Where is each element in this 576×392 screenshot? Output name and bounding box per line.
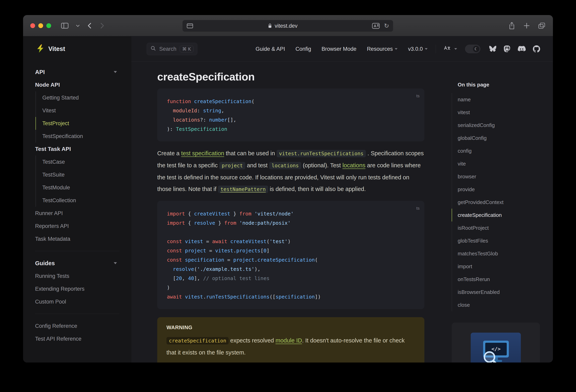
- doc-link-test-specification[interactable]: test specification: [181, 150, 224, 156]
- forward-button[interactable]: [99, 22, 105, 29]
- outline-item-globtestfiles[interactable]: globTestFiles: [452, 234, 546, 247]
- warning-body: createSpecification expects resolved mod…: [167, 335, 415, 358]
- outline-item-serializedconfig[interactable]: serializedConfig: [452, 119, 546, 132]
- code-token: }: [215, 220, 224, 226]
- sidebar-item-test-api-reference[interactable]: Test API Reference: [23, 332, 131, 345]
- code-token: ?:: [200, 117, 209, 123]
- outline-item-globalconfig[interactable]: globalConfig: [452, 132, 546, 145]
- sidebar-item-reporters-api[interactable]: Reporters API: [23, 220, 131, 233]
- code-token: ,: [221, 108, 224, 114]
- sidebar-item-getting-started[interactable]: Getting Started: [35, 91, 131, 104]
- sidebar-item-extending-reporters[interactable]: Extending Reporters: [23, 282, 131, 295]
- sidebar-item-label: Reporters API: [35, 223, 69, 229]
- vitest-bolt-icon: [36, 44, 45, 54]
- sidebar-item-guides[interactable]: Guides: [23, 257, 131, 270]
- page-title: createSpecification: [157, 70, 424, 83]
- sidebar-item-label: TestProject: [42, 120, 69, 127]
- sidebar-item-custom-pool[interactable]: Custom Pool: [23, 295, 131, 308]
- code-line: await vitest.runTestSpecifications([spec…: [167, 292, 415, 302]
- code-token: const: [167, 239, 182, 244]
- sidebar-item-node-api[interactable]: Node API: [23, 78, 131, 91]
- code-token: (: [251, 98, 254, 104]
- outline-item-ontestsrerun[interactable]: onTestsRerun: [452, 273, 546, 286]
- outline-item-isrootproject[interactable]: isRootProject: [452, 221, 546, 234]
- new-tab-icon[interactable]: [523, 22, 530, 29]
- inline-code-locations: locations: [269, 162, 301, 169]
- translate-badge-icon[interactable]: [372, 23, 380, 29]
- tab-overview-icon[interactable]: [538, 22, 545, 29]
- warning-callout: WARNING createSpecification expects reso…: [157, 317, 424, 362]
- code-token: import: [167, 211, 185, 217]
- back-button[interactable]: [87, 22, 92, 29]
- code-token: [251, 211, 254, 217]
- code-token: .: [233, 248, 236, 254]
- sidebar-item-testsuite[interactable]: TestSuite: [35, 168, 131, 181]
- sidebar-item-label: Vitest: [42, 108, 56, 114]
- inline-code-vitest-runtestspecifications: vitest.runTestSpecifications: [277, 150, 366, 157]
- code-line: const specification = project.createSpec…: [167, 255, 415, 265]
- sidebar-item-task-metadata[interactable]: Task Metadata: [23, 233, 131, 245]
- outline-item-import[interactable]: import: [452, 260, 546, 273]
- outline-item-name[interactable]: name: [452, 93, 546, 106]
- doc-link-module-id[interactable]: module ID: [276, 337, 302, 344]
- vitest-logo[interactable]: Vitest: [23, 36, 131, 61]
- outline-item-vite[interactable]: vite: [452, 157, 546, 170]
- code-line: ): [167, 283, 415, 292]
- code-token: =: [206, 248, 215, 254]
- code-token: (: [315, 257, 318, 263]
- sidebar-item-label: TestModule: [42, 184, 70, 191]
- outline-item-isbrowserenabled[interactable]: isBrowserEnabled: [452, 286, 546, 299]
- outline-item-browser[interactable]: browser: [452, 170, 546, 183]
- code-token: createVitest: [230, 239, 266, 244]
- outline-item-provide[interactable]: provide: [452, 183, 546, 196]
- outline-list: namevitestserializedConfigglobalConfigco…: [452, 93, 546, 311]
- translate-icon: [444, 46, 451, 52]
- sidebar-item-testcase[interactable]: TestCase: [35, 155, 131, 168]
- sidebar-item-testcollection[interactable]: TestCollection: [35, 194, 131, 207]
- sidebar-item-config-reference[interactable]: Config Reference: [23, 320, 131, 332]
- code-token: 20: [176, 275, 182, 281]
- sidebar-item-testspecification[interactable]: TestSpecification: [35, 130, 131, 143]
- sidebar-toggle-button[interactable]: [61, 23, 69, 29]
- sidebar-item-label: TestCase: [42, 159, 65, 165]
- doc-link-locations[interactable]: locations: [342, 162, 365, 169]
- sidebar-chevron-down-icon[interactable]: [76, 24, 80, 28]
- zoom-window-button[interactable]: [46, 23, 51, 28]
- code-token: {: [185, 220, 194, 226]
- sidebar-item-running-tests[interactable]: Running Tests: [23, 270, 131, 282]
- sidebar-item-testmodule[interactable]: TestModule: [35, 181, 131, 194]
- page-icon[interactable]: [187, 23, 193, 29]
- share-icon[interactable]: [508, 22, 515, 30]
- reload-icon[interactable]: ↻: [384, 23, 389, 29]
- code-token: }: [230, 211, 239, 217]
- inline-code-link-testnamepattern[interactable]: testNamePattern: [218, 185, 268, 193]
- close-window-button[interactable]: [30, 23, 35, 28]
- code-language-label: ts: [416, 91, 420, 100]
- code-token: TestSpecification: [176, 126, 227, 132]
- outline-item-getprovidedcontext[interactable]: getProvidedContext: [452, 196, 546, 209]
- logo-label: Vitest: [48, 45, 65, 53]
- sponsor-illustration: </>: [471, 333, 521, 362]
- doc-content: createSpecification tsfunction createSpe…: [157, 36, 424, 362]
- address-bar[interactable]: vitest.dev ↻: [182, 20, 393, 32]
- code-token: [182, 239, 185, 244]
- outline-item-config[interactable]: config: [452, 145, 546, 157]
- sidebar-item-label: Task Metadata: [35, 236, 70, 242]
- code-line: const vitest = await createVitest('test'…: [167, 237, 415, 246]
- sidebar-item-test-task-api[interactable]: Test Task API: [23, 143, 131, 155]
- sponsor-card[interactable]: </>: [452, 323, 540, 362]
- inline-code-createspecification: createSpecification: [167, 337, 229, 344]
- code-token: [: [167, 275, 176, 281]
- outline-item-vitest[interactable]: vitest: [452, 106, 546, 119]
- sidebar-item-vitest[interactable]: Vitest: [35, 104, 131, 117]
- outline-item-createspecification[interactable]: createSpecification: [452, 209, 546, 221]
- sidebar-item-runner-api[interactable]: Runner API: [23, 207, 131, 220]
- sidebar-item-api[interactable]: API: [23, 66, 131, 78]
- outline-item-matchestestglob[interactable]: matchesTestGlob: [452, 247, 546, 260]
- outline-item-close[interactable]: close: [452, 299, 546, 311]
- traffic-lights: [30, 23, 51, 28]
- sidebar-item-testproject[interactable]: TestProject: [35, 117, 131, 130]
- minimize-window-button[interactable]: [38, 23, 43, 28]
- browser-window: vitest.dev ↻: [23, 15, 553, 362]
- sidebar-nav: APINode APIGetting StartedVitestTestProj…: [23, 61, 131, 345]
